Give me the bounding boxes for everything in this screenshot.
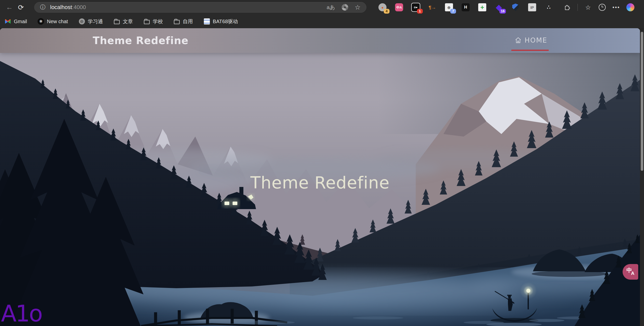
hero-title: Theme Redefine <box>0 173 640 192</box>
folder-icon <box>144 18 150 25</box>
dots-extension-icon[interactable]: ∴ <box>543 2 554 13</box>
ip-extension-icon[interactable]: IP <box>527 2 538 13</box>
extensions-row: ●4中Ao●1¶→☻7H+◆16IP∴ <box>377 2 554 13</box>
history-icon[interactable] <box>597 2 607 13</box>
bookmark-BAT68驱动[interactable]: BAT68驱动 <box>204 18 238 25</box>
extensions-puzzle-icon[interactable] <box>562 2 572 13</box>
copilot-glyph <box>626 3 634 11</box>
extension-badge: 16 <box>499 9 506 14</box>
bookmark-自用[interactable]: 自用 <box>174 18 193 25</box>
bookmark-label: 学校 <box>153 18 163 25</box>
address-bar[interactable]: ⓘ localhost:4000 aあ ☆ <box>34 2 366 13</box>
back-icon[interactable]: ← <box>4 2 15 13</box>
dots-extension-icon-glyph: ∴ <box>545 3 553 11</box>
site-favicon <box>204 18 210 25</box>
web-page: Theme Redefine HOME Theme Redefine A1o 中… <box>0 28 640 326</box>
lantern-light <box>526 289 530 293</box>
paragraph-translate-extension-icon[interactable]: ¶→ <box>427 2 438 13</box>
bookmark-label: Gmail <box>14 19 27 24</box>
toolbar-divider <box>577 4 578 11</box>
site-logo[interactable]: Theme Redefine <box>93 35 188 46</box>
h-extension-icon-glyph: H <box>462 3 470 11</box>
nav-home-label: HOME <box>525 36 547 44</box>
openai-icon: ✻ <box>38 18 44 25</box>
translate-fab-button[interactable]: 中 A <box>623 264 638 280</box>
clipboard-plus-extension-icon[interactable]: + <box>477 2 488 13</box>
nav-home-button[interactable]: HOME <box>515 28 547 53</box>
translate-page-icon[interactable]: aあ <box>327 4 335 11</box>
bookmark-学校[interactable]: 学校 <box>144 18 163 25</box>
folder-icon <box>174 18 180 25</box>
site-info-icon[interactable]: ⓘ <box>40 4 46 11</box>
bookmark-New chat[interactable]: ✻New chat <box>38 18 68 25</box>
bookmark-label: New chat <box>47 19 68 24</box>
copilot-icon[interactable] <box>625 2 636 13</box>
scrollbar-thumb[interactable] <box>641 32 643 171</box>
clipboard-plus-extension-icon-glyph: + <box>478 3 486 11</box>
site-navbar: Theme Redefine HOME <box>0 28 640 53</box>
translate-extension-icon-glyph: 中A <box>395 3 403 11</box>
browser-toolbar: ← ⟳ ⓘ localhost:4000 aあ ☆ ●4中Ao●1¶→☻7H+◆… <box>0 0 644 15</box>
diamond-extension-icon[interactable]: ◆16 <box>493 2 504 13</box>
ip-extension-icon-glyph: IP <box>528 3 536 11</box>
camera-extension-icon[interactable]: o●1 <box>410 2 421 13</box>
lit-window <box>224 202 229 205</box>
refresh-icon[interactable]: ⟳ <box>15 2 27 13</box>
translate-fab-en-glyph: A <box>631 271 634 276</box>
image-extension-icon[interactable]: ☻7 <box>443 2 455 13</box>
extension-badge: 7 <box>450 9 456 14</box>
bookmarks-bar: Gmail✻New chat⊕学习通文章学校自用BAT68驱动 <box>0 15 644 28</box>
settings-more-icon[interactable]: ••• <box>611 2 622 13</box>
clock-glyph <box>599 4 606 11</box>
folder-icon <box>114 18 120 25</box>
puzzle-glyph <box>564 4 570 11</box>
nav-active-underline <box>511 50 549 51</box>
bookmark-文章[interactable]: 文章 <box>114 18 133 25</box>
gmail-icon <box>5 18 11 25</box>
url-text[interactable]: localhost:4000 <box>50 4 86 11</box>
pinwheel-icon[interactable] <box>342 4 348 11</box>
avatar-extension-icon[interactable]: ●4 <box>377 2 388 13</box>
extension-badge: 4 <box>384 9 390 14</box>
page-scrollbar[interactable] <box>640 28 644 326</box>
paragraph-translate-extension-icon-glyph: ¶→ <box>428 3 436 11</box>
bookmark-label: 学习通 <box>88 18 103 25</box>
favorite-star-icon[interactable]: ☆ <box>355 4 361 11</box>
bookmark-label: 自用 <box>183 18 193 25</box>
bookmark-Gmail[interactable]: Gmail <box>5 18 27 25</box>
shield-extension-icon[interactable] <box>510 2 521 13</box>
translate-extension-icon[interactable]: 中A <box>394 2 405 13</box>
bookmark-学习通[interactable]: ⊕学习通 <box>79 18 103 25</box>
lit-window <box>233 202 237 205</box>
overlay-watermark-text: A1o <box>1 302 42 325</box>
browser-chrome: ← ⟳ ⓘ localhost:4000 aあ ☆ ●4中Ao●1¶→☻7H+◆… <box>0 0 644 28</box>
collections-favorites-icon[interactable]: ☆ <box>583 2 593 13</box>
extension-badge: 1 <box>417 9 423 14</box>
bookmark-label: BAT68驱动 <box>213 18 238 25</box>
shield-glyph <box>512 4 519 11</box>
home-icon <box>515 37 522 44</box>
h-extension-icon[interactable]: H <box>460 2 471 13</box>
toolbar-right-cluster: ☆ ••• <box>562 2 636 13</box>
bookmark-label: 文章 <box>123 18 133 25</box>
globe-icon: ⊕ <box>79 18 85 25</box>
